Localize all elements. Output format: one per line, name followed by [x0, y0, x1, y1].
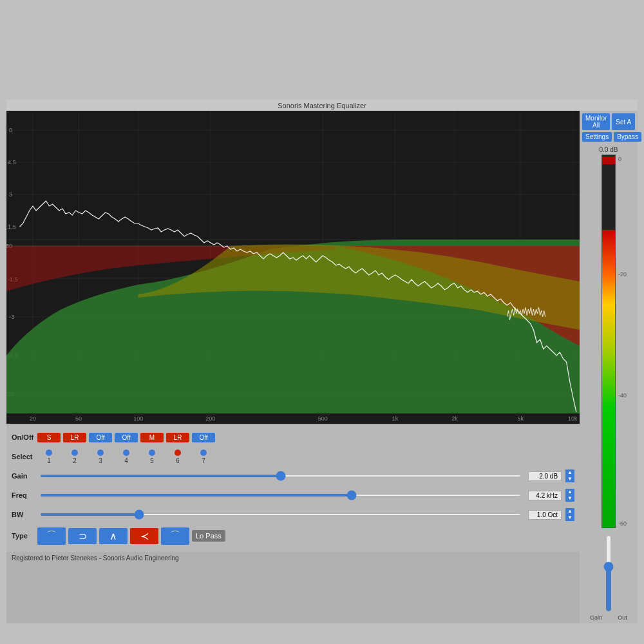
svg-text:1.5: 1.5 — [8, 223, 16, 230]
right-panel: Monitor All Set A Settings Bypass 0.0 dB — [580, 111, 638, 623]
freq-axis: 20 50 100 200 500 1k 2k 5k 10k — [6, 413, 580, 424]
eq-canvas: 0 4.5 3 1.5 -60 -1.5 -3 -4.5 -120 — [6, 111, 580, 413]
svg-text:3: 3 — [9, 191, 12, 198]
on-off-row: On/Off S LR Off Off M LR Off — [12, 428, 574, 446]
band3-selector: 3 — [89, 450, 112, 464]
band6-dot[interactable] — [175, 450, 181, 456]
level-meter — [601, 155, 616, 528]
band4-onoff-btn[interactable]: Off — [115, 433, 138, 442]
freq-dec-btn[interactable]: ▼ — [565, 495, 574, 502]
meter-fill — [602, 230, 615, 527]
gain-value: 2.0 dB — [528, 471, 562, 481]
meter-value-display: 0.0 dB — [600, 146, 618, 153]
type-lopass-btn[interactable]: Lo Pass — [192, 530, 225, 542]
type-highshelf-btn[interactable]: ⌒ — [161, 527, 189, 545]
bw-inc-dec: ▲ ▼ — [565, 508, 574, 521]
bw-value: 1.0 Oct — [528, 510, 562, 520]
top-btn-row2: Settings Bypass — [582, 132, 635, 142]
band6-onoff-btn[interactable]: LR — [166, 433, 189, 442]
band6-number: 6 — [176, 457, 180, 464]
band2-onoff-btn[interactable]: LR — [63, 433, 86, 442]
band1-dot[interactable] — [46, 450, 52, 456]
type-lowshelf-btn[interactable]: ⌒ — [37, 527, 66, 545]
band7-selector: 7 — [192, 450, 215, 464]
band3-onoff-btn[interactable]: Off — [89, 433, 112, 442]
main-container: Sonoris Mastering Equalizer — [0, 0, 644, 644]
settings-btn[interactable]: Settings — [582, 132, 612, 142]
set-a-btn[interactable]: Set A — [612, 113, 635, 130]
type-notch-btn[interactable]: ≺ — [130, 528, 158, 544]
freq-slider[interactable] — [40, 494, 522, 497]
band1-number: 1 — [47, 457, 51, 464]
bypass-btn[interactable]: Bypass — [614, 132, 641, 142]
on-off-buttons: S LR Off Off M LR Off — [37, 433, 574, 442]
band5-onoff-btn[interactable]: M — [140, 433, 164, 442]
registration-text: Registered to Pieter Stenekes - Sonoris … — [6, 552, 580, 563]
band5-dot[interactable] — [149, 450, 155, 456]
eq-section: 0 4.5 3 1.5 -60 -1.5 -3 -4.5 -120 — [6, 111, 580, 623]
title-bar: Sonoris Mastering Equalizer — [6, 100, 638, 111]
plugin-window: Sonoris Mastering Equalizer — [6, 100, 638, 623]
freq-label: Freq — [12, 491, 37, 499]
band6-selector: 6 — [166, 450, 189, 464]
band4-number: 4 — [124, 457, 128, 464]
freq-value: 4.2 kHz — [528, 491, 562, 500]
bw-label: BW — [12, 511, 37, 518]
bw-row: BW 1.0 Oct ▲ ▼ — [12, 506, 574, 524]
freq-row: Freq 4.2 kHz ▲ ▼ — [12, 486, 574, 504]
band7-dot[interactable] — [200, 450, 207, 456]
type-highpass-btn[interactable]: ⊃ — [68, 528, 97, 544]
gain-out-labels: Gain Out — [582, 614, 635, 621]
band1-selector: 1 — [37, 450, 61, 464]
band2-number: 2 — [73, 457, 77, 464]
select-label: Select — [12, 453, 37, 460]
gain-row: Gain 2.0 dB ▲ ▼ — [12, 467, 574, 485]
type-buttons: ⌒ ⊃ ∧ ≺ ⌒ Lo Pass — [37, 526, 225, 545]
band7-onoff-btn[interactable]: Off — [192, 433, 215, 442]
gain-inc-dec: ▲ ▼ — [565, 469, 574, 482]
top-btn-row1: Monitor All Set A — [582, 113, 635, 130]
band4-selector: 4 — [115, 450, 138, 464]
gain-dec-btn[interactable]: ▼ — [565, 476, 574, 482]
content-area: 0 4.5 3 1.5 -60 -1.5 -3 -4.5 -120 — [6, 111, 638, 623]
gain-label: Gain — [12, 472, 37, 480]
plugin-title: Sonoris Mastering Equalizer — [278, 102, 366, 109]
band5-selector: 5 — [140, 450, 164, 464]
band5-number: 5 — [150, 457, 154, 464]
band2-selector: 2 — [63, 450, 86, 464]
bw-slider[interactable] — [40, 513, 522, 516]
out-label-bottom: Out — [618, 614, 627, 621]
svg-text:4.5: 4.5 — [8, 159, 16, 166]
meter-area: 0.0 dB 0 -20 -40 — [582, 146, 635, 621]
gain-inc-btn[interactable]: ▲ — [565, 469, 574, 476]
svg-text:0: 0 — [9, 127, 12, 133]
band2-dot[interactable] — [71, 450, 78, 456]
eq-display: 0 4.5 3 1.5 -60 -1.5 -3 -4.5 -120 — [6, 111, 580, 413]
band3-number: 3 — [99, 457, 102, 464]
bw-dec-btn[interactable]: ▼ — [565, 515, 574, 521]
band7-number: 7 — [202, 457, 205, 464]
freq-inc-dec: ▲ ▼ — [565, 489, 574, 502]
band-selectors: 1 2 3 4 — [37, 450, 574, 464]
bw-inc-btn[interactable]: ▲ — [565, 508, 574, 515]
monitor-all-btn[interactable]: Monitor All — [582, 113, 610, 130]
controls-section: On/Off S LR Off Off M LR Off — [6, 424, 580, 552]
freq-inc-btn[interactable]: ▲ — [565, 489, 574, 495]
band1-onoff-btn[interactable]: S — [37, 433, 61, 442]
select-row: Select 1 2 3 — [12, 448, 574, 466]
band4-dot[interactable] — [123, 450, 129, 456]
band3-dot[interactable] — [97, 450, 104, 456]
type-label: Type — [12, 532, 37, 540]
gain-label-bottom: Gain — [590, 614, 602, 621]
on-off-label: On/Off — [12, 433, 37, 441]
svg-text:-3: -3 — [9, 314, 14, 320]
gain-slider[interactable] — [40, 475, 522, 477]
type-peak-btn[interactable]: ∧ — [99, 528, 128, 544]
gain-vertical-slider[interactable] — [603, 535, 614, 612]
type-row: Type ⌒ ⊃ ∧ ≺ ⌒ Lo Pass — [12, 525, 574, 547]
